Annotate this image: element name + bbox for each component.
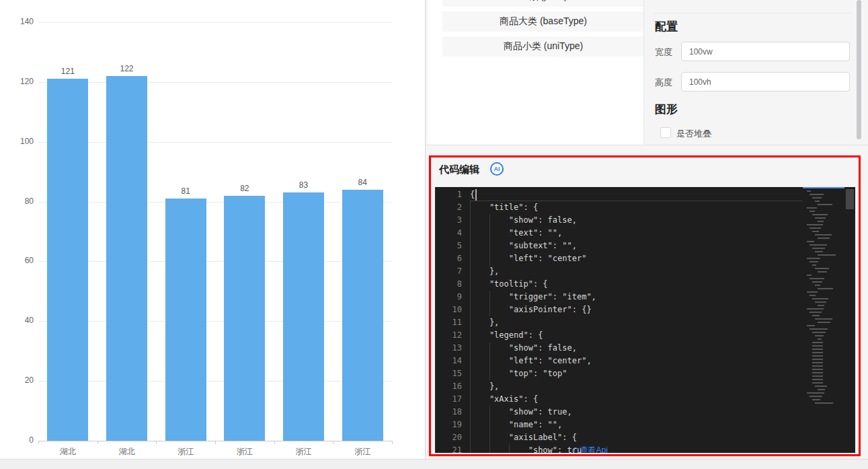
minimap-line: [810, 261, 818, 262]
chart-bar[interactable]: [106, 76, 147, 441]
y-tick-label: 140: [7, 17, 34, 26]
line-number: 13: [435, 342, 462, 355]
minimap-line: [818, 238, 830, 239]
minimap-line: [815, 386, 827, 387]
code-text: "show": tru: [470, 444, 582, 453]
code-text: "trigger": "item",: [470, 291, 596, 303]
line-number: 14: [435, 355, 462, 367]
line-number: 6: [435, 252, 462, 265]
minimap-line: [815, 402, 833, 404]
code-text: "xAxis": {: [470, 393, 538, 406]
config-section-title: 配置: [655, 19, 678, 34]
ai-icon[interactable]: AI: [490, 162, 504, 176]
minimap-line: [810, 227, 821, 229]
minimap-line: [812, 349, 823, 350]
code-text: },: [470, 316, 499, 329]
code-text: "tooltip": {: [470, 278, 548, 291]
code-line: 12 "legend": {: [435, 329, 855, 342]
minimap-line: [818, 221, 824, 222]
x-tick-mark: [392, 441, 393, 444]
right-panel-scrollbar[interactable]: [857, 0, 861, 139]
width-input[interactable]: [681, 42, 850, 61]
x-tick-mark: [215, 441, 216, 444]
x-category-label: 浙江: [333, 446, 392, 458]
code-line: 8 "tooltip": {: [435, 278, 855, 291]
horizontal-scrollbar-track[interactable]: [0, 459, 868, 469]
code-line: 16 },: [435, 380, 855, 393]
minimap-line: [807, 291, 818, 293]
editor-scrollbar[interactable]: [844, 187, 855, 453]
y-tick-label: 20: [7, 375, 34, 385]
stack-checkbox[interactable]: [660, 127, 671, 138]
chart-bar[interactable]: [283, 192, 324, 441]
code-line: 11 },: [435, 316, 855, 329]
minimap-line: [807, 190, 811, 192]
field-item[interactable]: 商品小类 (uniType): [442, 36, 644, 57]
code-editor-section: 代码编辑 AI 1{2 "title": {3 "show": false,4 …: [429, 155, 861, 456]
code-text: "axisPointer": {}: [470, 303, 592, 316]
line-number: 3: [435, 214, 462, 227]
chart-bar[interactable]: [342, 190, 383, 441]
line-number: 15: [435, 367, 462, 380]
code-line: 2 "title": {: [435, 201, 855, 214]
x-category-label: 浙江: [215, 446, 274, 458]
code-line: 13 "show": false,: [435, 342, 855, 355]
code-line: 9 "trigger": "item",: [435, 291, 855, 303]
line-number: 2: [435, 201, 462, 214]
minimap-line: [812, 399, 820, 400]
field-item[interactable]: 金额 (price): [442, 0, 644, 7]
minimap-line: [812, 345, 823, 347]
minimap-line: [812, 298, 828, 299]
minimap-line: [807, 207, 817, 209]
line-number: 10: [435, 303, 462, 316]
line-number: 19: [435, 419, 462, 431]
x-tick-mark: [156, 441, 157, 444]
code-text: "name": "",: [470, 419, 562, 431]
chart-bar[interactable]: [224, 196, 265, 441]
minimap-line: [812, 214, 828, 215]
chart-bar[interactable]: [47, 79, 88, 441]
line-number: 4: [435, 227, 462, 240]
minimap-line: [812, 342, 823, 343]
minimap-line: [815, 268, 829, 269]
line-number: 20: [435, 431, 462, 444]
minimap-line: [810, 312, 822, 313]
code-text: },: [470, 380, 499, 393]
minimap-line: [818, 389, 825, 390]
code-editor[interactable]: 1{2 "title": {3 "show": false,4 "text": …: [435, 187, 855, 453]
minimap-line: [810, 328, 828, 330]
view-api-link[interactable]: 查看Api: [572, 444, 608, 453]
code-line: 1{: [435, 188, 855, 201]
minimap-line: [815, 318, 832, 320]
minimap-line: [815, 301, 826, 303]
bar-chart[interactable]: 020406080100120140121湖北122湖北81浙江82浙江83浙江…: [0, 0, 425, 459]
minimap-line: [812, 365, 823, 367]
code-line: 15 "top": "top": [435, 367, 855, 380]
info-circle-icon: [572, 447, 579, 454]
minimap-line: [818, 288, 833, 289]
x-category-label: 浙江: [274, 446, 333, 458]
minimap-line: [812, 355, 823, 357]
field-item[interactable]: 商品大类 (baseType): [442, 11, 644, 32]
x-category-label: 湖北: [97, 446, 156, 458]
code-lines: 1{2 "title": {3 "show": false,4 "text": …: [435, 188, 855, 453]
code-editor-header: 代码编辑 AI: [431, 157, 859, 187]
line-number: 9: [435, 291, 462, 303]
line-number: 12: [435, 329, 462, 342]
bar-value-label: 83: [284, 180, 324, 190]
height-input[interactable]: [681, 72, 850, 92]
code-text: "top": "top": [470, 367, 567, 380]
code-editor-title: 代码编辑: [439, 164, 479, 176]
x-tick-mark: [274, 441, 275, 444]
code-text: "left": "center": [470, 252, 586, 265]
editor-scrollbar-thumb[interactable]: [846, 189, 854, 209]
line-number: 7: [435, 265, 462, 278]
line-number: 17: [435, 393, 462, 406]
chart-bar[interactable]: [165, 199, 206, 441]
minimap-line: [815, 251, 823, 252]
minimap[interactable]: [803, 187, 844, 453]
minimap-line: [812, 382, 823, 384]
bar-value-label: 81: [165, 186, 206, 196]
minimap-line: [812, 375, 823, 377]
minimap-line: [812, 264, 816, 266]
